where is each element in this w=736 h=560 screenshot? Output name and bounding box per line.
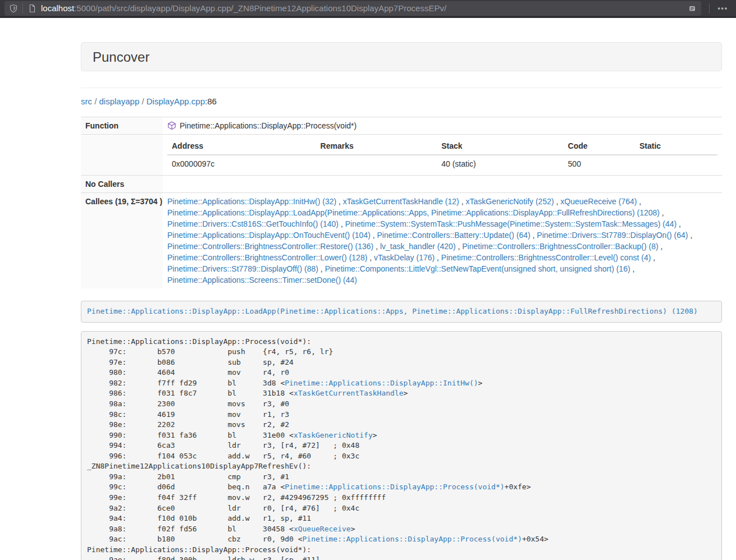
breadcrumb-line-number: :86	[205, 97, 217, 106]
stats-table: Address Remarks Stack Code Static 0x0000…	[167, 137, 717, 172]
empty-label-cell	[81, 135, 163, 176]
callee-separator: ,	[373, 242, 380, 251]
remarks-value	[316, 155, 437, 172]
breadcrumb-separator: /	[92, 97, 99, 106]
table-row: Callees (19, Σ=3704 ) Pinetime::Applicat…	[81, 193, 722, 289]
col-address: Address	[167, 137, 316, 155]
callee-separator: ,	[339, 219, 345, 228]
callee-link[interactable]: Pinetime::Controllers::BrightnessControl…	[441, 253, 651, 262]
callee-link[interactable]: xTaskGenericNotify (252)	[465, 197, 554, 206]
stack-value: 40 (static)	[437, 155, 563, 172]
reader-mode-icon[interactable]	[688, 4, 697, 13]
toolbar-separator	[709, 3, 710, 13]
selected-symbol-box: Pinetime::Applications::DisplayApp::Load…	[81, 301, 722, 323]
callee-separator: ,	[651, 253, 655, 262]
callee-separator: ,	[336, 197, 343, 206]
code-value: 500	[564, 155, 635, 172]
callee-separator: ,	[637, 197, 641, 206]
table-row: No Callers	[81, 176, 722, 193]
page-info-icon[interactable]	[28, 4, 36, 13]
asm-symbol-link[interactable]: xTaskGetCurrentTaskHandle	[294, 389, 404, 397]
url-host: localhost	[41, 3, 74, 13]
breadcrumb: src / displayapp / DisplayApp.cpp:86	[81, 95, 722, 107]
callee-separator: ,	[676, 219, 681, 228]
symbol-link[interactable]: Pinetime::Applications::DisplayApp::Load…	[87, 307, 698, 315]
callee-link[interactable]: Pinetime::Drivers::St7789::DisplayOff() …	[167, 264, 318, 273]
asm-symbol-link[interactable]: Pinetime::Applications::DisplayApp::Proc…	[285, 483, 504, 491]
function-name: Pinetime::Applications::DisplayApp::Proc…	[180, 121, 356, 130]
callee-link[interactable]: xQueueReceive (764)	[560, 197, 637, 206]
callee-link[interactable]: Pinetime::Applications::DisplayApp::OnTo…	[167, 231, 371, 240]
callee-separator: ,	[459, 197, 466, 206]
col-remarks: Remarks	[316, 137, 437, 155]
callee-separator: ,	[660, 208, 664, 217]
table-row: Function Pinetime::Applications::Display…	[81, 117, 722, 135]
breadcrumb-link[interactable]: displayapp	[99, 97, 140, 106]
table-row: Address Remarks Stack Code Static 0x0000…	[81, 135, 722, 176]
col-static: Static	[635, 137, 717, 155]
stats-value-row: 0x0000097c 40 (static) 500	[167, 155, 717, 172]
function-name-cell: Pinetime::Applications::DisplayApp::Proc…	[163, 117, 722, 135]
callee-separator: ,	[554, 197, 561, 206]
callee-separator: ,	[367, 253, 374, 262]
asm-symbol-link[interactable]: xQueueReceive	[294, 525, 351, 533]
callee-separator: ,	[371, 231, 377, 240]
asm-symbol-link[interactable]: xTaskGenericNotify	[294, 431, 373, 439]
breadcrumb-link[interactable]: src	[81, 97, 92, 106]
callee-separator: ,	[688, 231, 693, 240]
col-stack: Stack	[437, 137, 563, 155]
app-header-panel: Puncover	[81, 42, 722, 71]
header-divider	[81, 88, 722, 88]
callee-link[interactable]: Pinetime::Controllers::BrightnessControl…	[167, 242, 373, 251]
disassembly-code: Pinetime::Applications::DisplayApp::Proc…	[87, 337, 548, 560]
function-table: Function Pinetime::Applications::Display…	[81, 117, 722, 288]
callees-label: Callees (19, Σ=3704 )	[81, 193, 163, 289]
callee-link[interactable]: Pinetime::Controllers::BrightnessControl…	[462, 242, 658, 251]
stats-header-row: Address Remarks Stack Code Static	[167, 137, 717, 155]
asm-symbol-link[interactable]: Pinetime::Applications::DisplayApp::Init…	[285, 379, 478, 387]
asm-symbol-link[interactable]: Pinetime::Applications::DisplayApp::Proc…	[303, 535, 522, 543]
callee-link[interactable]: Pinetime::Controllers::BrightnessControl…	[167, 253, 367, 262]
callee-link[interactable]: Pinetime::Controllers::Battery::Update()…	[377, 231, 531, 240]
callee-separator: ,	[435, 253, 441, 262]
static-value	[635, 155, 717, 172]
callee-link[interactable]: Pinetime::System::SystemTask::PushMessag…	[345, 219, 677, 228]
callee-separator: ,	[531, 231, 537, 240]
col-code: Code	[564, 137, 635, 155]
callee-separator: ,	[659, 242, 663, 251]
callee-link[interactable]: xTaskGetCurrentTaskHandle (12)	[343, 197, 459, 206]
toolbar-separator	[22, 3, 23, 13]
function-label: Function	[81, 117, 163, 135]
address-value: 0x0000097c	[167, 155, 316, 172]
callee-link[interactable]: Pinetime::Drivers::Cst816S::GetTouchInfo…	[167, 219, 339, 228]
no-callers-cell	[163, 176, 722, 193]
symbol-cube-icon	[167, 121, 176, 130]
url-path: :5000/path/src/displayapp/DisplayApp.cpp…	[74, 3, 446, 13]
stats-cell: Address Remarks Stack Code Static 0x0000…	[163, 135, 722, 176]
shield-icon[interactable]	[9, 4, 18, 13]
page-title: Puncover	[93, 50, 710, 65]
callee-link[interactable]: Pinetime::Applications::Screens::Timer::…	[167, 276, 357, 284]
no-callers-label: No Callers	[81, 176, 163, 193]
callee-separator: ,	[318, 264, 325, 273]
callees-cell: Pinetime::Applications::DisplayApp::Init…	[163, 193, 722, 289]
callee-link[interactable]: vTaskDelay (176)	[374, 253, 435, 262]
callee-link[interactable]: Pinetime::Components::LittleVgl::SetNewT…	[325, 264, 630, 273]
breadcrumb-link[interactable]: DisplayApp.cpp	[147, 97, 205, 106]
callee-separator: ,	[630, 264, 635, 273]
callee-link[interactable]: Pinetime::Applications::DisplayApp::Init…	[167, 197, 336, 206]
disassembly-box: Pinetime::Applications::DisplayApp::Proc…	[81, 331, 722, 560]
callee-link[interactable]: lv_task_handler (420)	[380, 242, 456, 251]
callee-link[interactable]: Pinetime::Applications::DisplayApp::Load…	[167, 208, 660, 217]
callee-link[interactable]: Pinetime::Drivers::St7789::DisplayOn() (…	[537, 231, 688, 240]
callee-separator: ,	[456, 242, 463, 251]
browser-toolbar: localhost:5000/path/src/displayapp/Displ…	[0, 0, 736, 18]
more-menu-icon[interactable]: •••	[714, 2, 732, 15]
url-input[interactable]: localhost:5000/path/src/displayapp/Displ…	[41, 3, 683, 13]
url-bar[interactable]: localhost:5000/path/src/displayapp/Displ…	[4, 1, 701, 16]
breadcrumb-separator: /	[139, 97, 147, 106]
main-content: Puncover src / displayapp / DisplayApp.c…	[81, 42, 722, 560]
